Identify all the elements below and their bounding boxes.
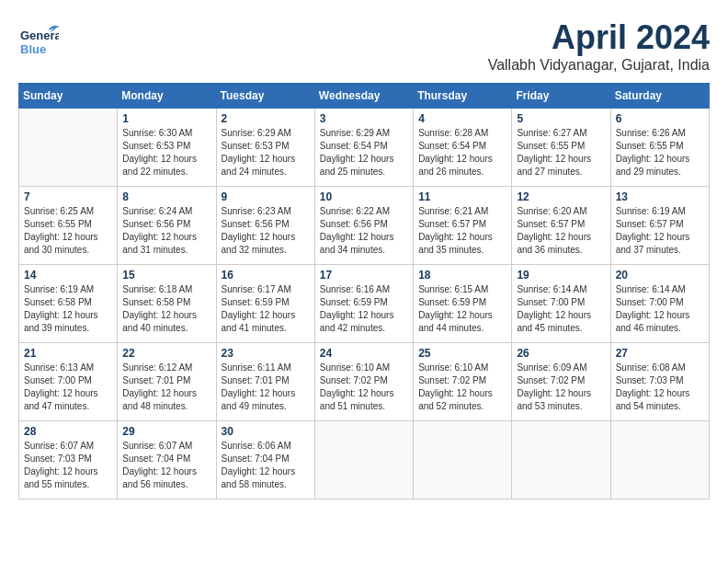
calendar-cell: 8Sunrise: 6:24 AM Sunset: 6:56 PM Daylig…	[118, 187, 216, 265]
weekday-header-saturday: Saturday	[610, 84, 709, 109]
day-number: 30	[222, 425, 310, 438]
page-header: General Blue April 2024 Vallabh Vidyanag…	[18, 18, 710, 74]
day-number: 3	[320, 112, 408, 125]
month-title: April 2024	[488, 18, 710, 57]
day-info: Sunrise: 6:09 AM Sunset: 7:02 PM Dayligh…	[517, 362, 605, 413]
calendar-cell: 7Sunrise: 6:25 AM Sunset: 6:55 PM Daylig…	[19, 187, 118, 265]
weekday-header-wednesday: Wednesday	[314, 84, 413, 109]
day-number: 16	[222, 269, 310, 282]
weekday-header-thursday: Thursday	[414, 84, 512, 109]
weekday-header-friday: Friday	[512, 84, 610, 109]
weekday-header-tuesday: Tuesday	[216, 84, 314, 109]
day-info: Sunrise: 6:29 AM Sunset: 6:53 PM Dayligh…	[222, 127, 310, 178]
calendar-cell: 19Sunrise: 6:14 AM Sunset: 7:00 PM Dayli…	[512, 265, 610, 343]
day-number: 9	[222, 190, 310, 203]
calendar-cell: 22Sunrise: 6:12 AM Sunset: 7:01 PM Dayli…	[118, 343, 216, 421]
calendar-cell: 21Sunrise: 6:13 AM Sunset: 7:00 PM Dayli…	[19, 343, 118, 421]
logo-svg: General Blue	[18, 23, 59, 63]
calendar-cell	[414, 421, 512, 500]
day-info: Sunrise: 6:19 AM Sunset: 6:58 PM Dayligh…	[24, 283, 112, 335]
calendar-cell: 16Sunrise: 6:17 AM Sunset: 6:59 PM Dayli…	[216, 265, 314, 343]
calendar-cell: 4Sunrise: 6:28 AM Sunset: 6:54 PM Daylig…	[414, 109, 512, 187]
location-title: Vallabh Vidyanagar, Gujarat, India	[488, 57, 710, 74]
day-info: Sunrise: 6:16 AM Sunset: 6:59 PM Dayligh…	[320, 283, 408, 335]
calendar-cell	[314, 421, 413, 500]
day-info: Sunrise: 6:14 AM Sunset: 7:00 PM Dayligh…	[616, 283, 704, 335]
day-number: 18	[418, 269, 506, 282]
day-number: 4	[418, 112, 506, 125]
calendar-cell: 30Sunrise: 6:06 AM Sunset: 7:04 PM Dayli…	[216, 421, 314, 500]
day-number: 14	[24, 269, 112, 282]
calendar-cell: 25Sunrise: 6:10 AM Sunset: 7:02 PM Dayli…	[414, 343, 512, 421]
day-info: Sunrise: 6:15 AM Sunset: 6:59 PM Dayligh…	[418, 283, 506, 335]
day-info: Sunrise: 6:27 AM Sunset: 6:55 PM Dayligh…	[517, 127, 605, 178]
calendar-header-row: SundayMondayTuesdayWednesdayThursdayFrid…	[19, 84, 710, 109]
day-info: Sunrise: 6:11 AM Sunset: 7:01 PM Dayligh…	[222, 362, 310, 413]
day-number: 26	[517, 347, 605, 360]
day-info: Sunrise: 6:18 AM Sunset: 6:58 PM Dayligh…	[122, 283, 210, 335]
day-number: 24	[320, 347, 408, 360]
day-info: Sunrise: 6:06 AM Sunset: 7:04 PM Dayligh…	[222, 440, 310, 491]
calendar-cell: 1Sunrise: 6:30 AM Sunset: 6:53 PM Daylig…	[118, 109, 216, 187]
calendar-cell: 29Sunrise: 6:07 AM Sunset: 7:04 PM Dayli…	[118, 421, 216, 500]
svg-text:Blue: Blue	[20, 42, 46, 56]
week-row-5: 28Sunrise: 6:07 AM Sunset: 7:03 PM Dayli…	[19, 421, 710, 500]
calendar-cell: 2Sunrise: 6:29 AM Sunset: 6:53 PM Daylig…	[216, 109, 314, 187]
calendar-cell: 27Sunrise: 6:08 AM Sunset: 7:03 PM Dayli…	[610, 343, 709, 421]
day-info: Sunrise: 6:07 AM Sunset: 7:04 PM Dayligh…	[122, 440, 210, 491]
day-number: 23	[222, 347, 310, 360]
day-info: Sunrise: 6:12 AM Sunset: 7:01 PM Dayligh…	[122, 362, 210, 413]
logo-bird-wrapper: General Blue	[18, 23, 59, 67]
day-info: Sunrise: 6:20 AM Sunset: 6:57 PM Dayligh…	[517, 205, 605, 257]
calendar-cell: 5Sunrise: 6:27 AM Sunset: 6:55 PM Daylig…	[512, 109, 610, 187]
calendar-cell: 14Sunrise: 6:19 AM Sunset: 6:58 PM Dayli…	[19, 265, 118, 343]
day-number: 21	[24, 347, 112, 360]
day-info: Sunrise: 6:14 AM Sunset: 7:00 PM Dayligh…	[517, 283, 605, 335]
day-number: 29	[122, 425, 210, 438]
title-area: April 2024 Vallabh Vidyanagar, Gujarat, …	[488, 18, 710, 74]
day-number: 1	[122, 112, 210, 125]
calendar-table: SundayMondayTuesdayWednesdayThursdayFrid…	[18, 83, 710, 500]
day-number: 17	[320, 269, 408, 282]
calendar-cell: 12Sunrise: 6:20 AM Sunset: 6:57 PM Dayli…	[512, 187, 610, 265]
calendar-cell: 23Sunrise: 6:11 AM Sunset: 7:01 PM Dayli…	[216, 343, 314, 421]
day-number: 20	[616, 269, 704, 282]
calendar-cell: 26Sunrise: 6:09 AM Sunset: 7:02 PM Dayli…	[512, 343, 610, 421]
day-number: 28	[24, 425, 112, 438]
calendar-cell: 3Sunrise: 6:29 AM Sunset: 6:54 PM Daylig…	[314, 109, 413, 187]
logo: General Blue	[18, 23, 59, 67]
day-info: Sunrise: 6:10 AM Sunset: 7:02 PM Dayligh…	[320, 362, 408, 413]
day-number: 25	[418, 347, 506, 360]
weekday-header-monday: Monday	[118, 84, 216, 109]
day-info: Sunrise: 6:25 AM Sunset: 6:55 PM Dayligh…	[24, 205, 112, 257]
day-info: Sunrise: 6:22 AM Sunset: 6:56 PM Dayligh…	[320, 205, 408, 257]
day-info: Sunrise: 6:17 AM Sunset: 6:59 PM Dayligh…	[222, 283, 310, 335]
day-number: 11	[418, 190, 506, 203]
calendar-cell: 20Sunrise: 6:14 AM Sunset: 7:00 PM Dayli…	[610, 265, 709, 343]
day-number: 5	[517, 112, 605, 125]
day-number: 19	[517, 269, 605, 282]
week-row-4: 21Sunrise: 6:13 AM Sunset: 7:00 PM Dayli…	[19, 343, 710, 421]
day-info: Sunrise: 6:26 AM Sunset: 6:55 PM Dayligh…	[616, 127, 704, 178]
calendar-cell	[19, 109, 118, 187]
day-info: Sunrise: 6:10 AM Sunset: 7:02 PM Dayligh…	[418, 362, 506, 413]
day-number: 6	[616, 112, 704, 125]
calendar-cell	[512, 421, 610, 500]
day-info: Sunrise: 6:30 AM Sunset: 6:53 PM Dayligh…	[122, 127, 210, 178]
week-row-3: 14Sunrise: 6:19 AM Sunset: 6:58 PM Dayli…	[19, 265, 710, 343]
calendar-cell	[610, 421, 709, 500]
day-number: 13	[616, 190, 704, 203]
calendar-body: 1Sunrise: 6:30 AM Sunset: 6:53 PM Daylig…	[19, 109, 710, 500]
day-info: Sunrise: 6:21 AM Sunset: 6:57 PM Dayligh…	[418, 205, 506, 257]
day-info: Sunrise: 6:13 AM Sunset: 7:00 PM Dayligh…	[24, 362, 112, 413]
day-number: 2	[222, 112, 310, 125]
calendar-cell: 28Sunrise: 6:07 AM Sunset: 7:03 PM Dayli…	[19, 421, 118, 500]
calendar-cell: 18Sunrise: 6:15 AM Sunset: 6:59 PM Dayli…	[414, 265, 512, 343]
day-info: Sunrise: 6:24 AM Sunset: 6:56 PM Dayligh…	[122, 205, 210, 257]
day-info: Sunrise: 6:28 AM Sunset: 6:54 PM Dayligh…	[418, 127, 506, 178]
day-info: Sunrise: 6:07 AM Sunset: 7:03 PM Dayligh…	[24, 440, 112, 491]
day-info: Sunrise: 6:23 AM Sunset: 6:56 PM Dayligh…	[222, 205, 310, 257]
day-number: 15	[122, 269, 210, 282]
day-number: 10	[320, 190, 408, 203]
calendar-cell: 10Sunrise: 6:22 AM Sunset: 6:56 PM Dayli…	[314, 187, 413, 265]
